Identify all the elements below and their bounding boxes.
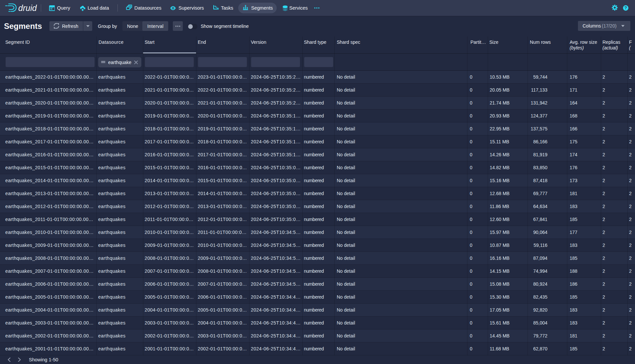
svg-text:?: ? — [624, 5, 627, 10]
